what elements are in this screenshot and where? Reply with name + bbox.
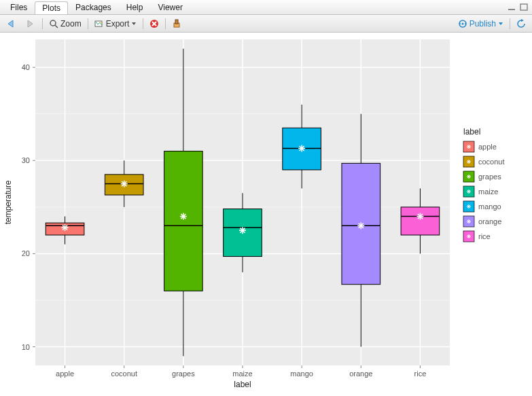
x-tick-label: coconut: [111, 370, 137, 378]
x-tick-label: maize: [232, 370, 252, 378]
tab-files[interactable]: Files: [3, 1, 35, 14]
tab-plots[interactable]: Plots: [35, 1, 68, 14]
zoom-button[interactable]: Zoom: [47, 18, 84, 29]
y-tick-label: 10: [22, 343, 30, 351]
x-tick-label: rice: [414, 370, 427, 378]
legend-label: coconut: [478, 158, 505, 166]
legend-label: rice: [478, 232, 491, 240]
tab-help[interactable]: Help: [119, 1, 151, 14]
y-tick-label: 40: [22, 63, 30, 71]
svg-rect-1: [520, 4, 527, 10]
x-tick-label: apple: [56, 370, 74, 378]
dropdown-icon: [498, 21, 503, 26]
dropdown-icon: [131, 21, 137, 26]
svg-point-12: [461, 22, 463, 24]
export-button[interactable]: Export: [92, 18, 139, 29]
mean-star: [180, 213, 187, 220]
x-tick-label: grapes: [172, 370, 195, 378]
legend-label: grapes: [478, 173, 501, 181]
mean-star: [121, 181, 128, 187]
publish-button[interactable]: Publish: [456, 18, 506, 29]
svg-point-5: [100, 22, 101, 23]
refresh-plot-button[interactable]: [514, 18, 528, 29]
publish-label: Publish: [469, 19, 496, 29]
mean-star: [357, 222, 364, 229]
legend-label: mango: [478, 202, 501, 211]
x-tick-label: orange: [349, 370, 372, 378]
svg-rect-10: [175, 20, 178, 24]
boxplot-chart: 10203040applecoconutgrapesmaizemangooran…: [0, 33, 532, 396]
legend-label: maize: [478, 187, 498, 196]
zoom-label: Zoom: [60, 19, 82, 29]
svg-line-3: [55, 25, 58, 28]
maximize-pane-icon[interactable]: [520, 3, 529, 12]
x-tick-label: mango: [290, 370, 313, 378]
svg-point-2: [50, 20, 56, 26]
y-tick-label: 30: [22, 156, 30, 164]
minimize-pane-icon[interactable]: [508, 4, 517, 11]
plot-pane: 10203040applecoconutgrapesmaizemangooran…: [0, 33, 532, 396]
clear-plots-button[interactable]: [170, 18, 183, 29]
export-label: Export: [106, 19, 130, 29]
box-grapes: [164, 151, 203, 291]
mean-star: [239, 227, 246, 234]
mean-star: [416, 213, 423, 220]
legend-label: apple: [478, 143, 497, 151]
svg-rect-0: [508, 9, 515, 10]
next-plot-button[interactable]: [23, 18, 38, 29]
mean-star: [62, 224, 69, 231]
tab-viewer[interactable]: Viewer: [150, 1, 190, 14]
plots-toolbar: Zoom Export Publish: [0, 15, 532, 33]
svg-point-13: [459, 23, 461, 24]
mean-star: [298, 145, 305, 151]
remove-plot-button[interactable]: [147, 18, 161, 29]
y-tick-label: 20: [22, 249, 30, 257]
legend-label: orange: [478, 217, 501, 226]
svg-point-14: [465, 23, 466, 24]
tab-packages[interactable]: Packages: [68, 1, 119, 14]
tab-bar: Files Plots Packages Help Viewer: [0, 0, 532, 15]
box-rice: [401, 207, 440, 235]
y-axis-title: temperature: [3, 180, 13, 224]
prev-plot-button[interactable]: [4, 18, 19, 29]
x-axis-title: label: [234, 380, 251, 389]
legend-title: label: [463, 127, 480, 137]
